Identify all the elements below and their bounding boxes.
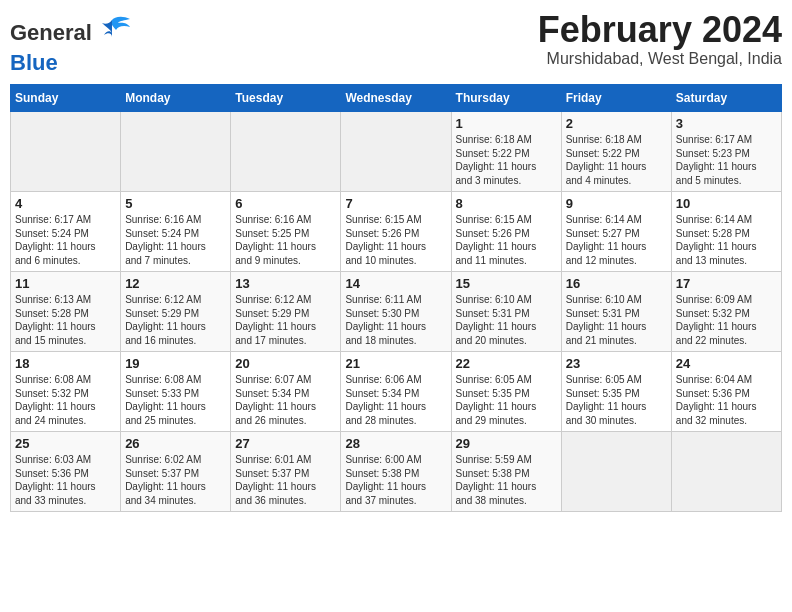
calendar-table: SundayMondayTuesdayWednesdayThursdayFrid… <box>10 84 782 512</box>
calendar-cell-w4-d7: 24Sunrise: 6:04 AM Sunset: 5:36 PM Dayli… <box>671 352 781 432</box>
day-number: 23 <box>566 356 667 371</box>
day-number: 15 <box>456 276 557 291</box>
day-number: 2 <box>566 116 667 131</box>
day-number: 14 <box>345 276 446 291</box>
calendar-cell-w5-d1: 25Sunrise: 6:03 AM Sunset: 5:36 PM Dayli… <box>11 432 121 512</box>
calendar-cell-w4-d2: 19Sunrise: 6:08 AM Sunset: 5:33 PM Dayli… <box>121 352 231 432</box>
title-section: February 2024 Murshidabad, West Bengal, … <box>538 10 782 68</box>
calendar-cell-w5-d6 <box>561 432 671 512</box>
day-detail: Sunrise: 6:17 AM Sunset: 5:24 PM Dayligh… <box>15 213 116 267</box>
day-detail: Sunrise: 6:16 AM Sunset: 5:24 PM Dayligh… <box>125 213 226 267</box>
weekday-header-tuesday: Tuesday <box>231 85 341 112</box>
day-number: 21 <box>345 356 446 371</box>
calendar-cell-w5-d5: 29Sunrise: 5:59 AM Sunset: 5:38 PM Dayli… <box>451 432 561 512</box>
calendar-cell-w5-d2: 26Sunrise: 6:02 AM Sunset: 5:37 PM Dayli… <box>121 432 231 512</box>
day-number: 9 <box>566 196 667 211</box>
calendar-cell-w3-d1: 11Sunrise: 6:13 AM Sunset: 5:28 PM Dayli… <box>11 272 121 352</box>
week-row-5: 25Sunrise: 6:03 AM Sunset: 5:36 PM Dayli… <box>11 432 782 512</box>
day-number: 8 <box>456 196 557 211</box>
calendar-cell-w3-d6: 16Sunrise: 6:10 AM Sunset: 5:31 PM Dayli… <box>561 272 671 352</box>
calendar-cell-w1-d3 <box>231 112 341 192</box>
day-number: 13 <box>235 276 336 291</box>
weekday-header-saturday: Saturday <box>671 85 781 112</box>
calendar-cell-w5-d4: 28Sunrise: 6:00 AM Sunset: 5:38 PM Dayli… <box>341 432 451 512</box>
day-detail: Sunrise: 6:00 AM Sunset: 5:38 PM Dayligh… <box>345 453 446 507</box>
calendar-title: February 2024 <box>538 10 782 50</box>
calendar-cell-w1-d6: 2Sunrise: 6:18 AM Sunset: 5:22 PM Daylig… <box>561 112 671 192</box>
logo-text-general: General <box>10 20 92 46</box>
calendar-cell-w3-d7: 17Sunrise: 6:09 AM Sunset: 5:32 PM Dayli… <box>671 272 781 352</box>
day-detail: Sunrise: 6:05 AM Sunset: 5:35 PM Dayligh… <box>566 373 667 427</box>
day-detail: Sunrise: 6:12 AM Sunset: 5:29 PM Dayligh… <box>235 293 336 347</box>
day-detail: Sunrise: 6:10 AM Sunset: 5:31 PM Dayligh… <box>456 293 557 347</box>
day-detail: Sunrise: 6:14 AM Sunset: 5:27 PM Dayligh… <box>566 213 667 267</box>
day-detail: Sunrise: 6:15 AM Sunset: 5:26 PM Dayligh… <box>345 213 446 267</box>
weekday-header-monday: Monday <box>121 85 231 112</box>
weekday-header-sunday: Sunday <box>11 85 121 112</box>
calendar-cell-w4-d6: 23Sunrise: 6:05 AM Sunset: 5:35 PM Dayli… <box>561 352 671 432</box>
day-number: 6 <box>235 196 336 211</box>
week-row-3: 11Sunrise: 6:13 AM Sunset: 5:28 PM Dayli… <box>11 272 782 352</box>
calendar-cell-w2-d3: 6Sunrise: 6:16 AM Sunset: 5:25 PM Daylig… <box>231 192 341 272</box>
day-detail: Sunrise: 6:13 AM Sunset: 5:28 PM Dayligh… <box>15 293 116 347</box>
day-detail: Sunrise: 6:15 AM Sunset: 5:26 PM Dayligh… <box>456 213 557 267</box>
calendar-cell-w3-d3: 13Sunrise: 6:12 AM Sunset: 5:29 PM Dayli… <box>231 272 341 352</box>
day-detail: Sunrise: 6:01 AM Sunset: 5:37 PM Dayligh… <box>235 453 336 507</box>
day-detail: Sunrise: 6:06 AM Sunset: 5:34 PM Dayligh… <box>345 373 446 427</box>
day-detail: Sunrise: 6:10 AM Sunset: 5:31 PM Dayligh… <box>566 293 667 347</box>
calendar-cell-w5-d7 <box>671 432 781 512</box>
calendar-cell-w2-d4: 7Sunrise: 6:15 AM Sunset: 5:26 PM Daylig… <box>341 192 451 272</box>
page-header: General Blue February 2024 Murshidabad, … <box>10 10 782 76</box>
calendar-cell-w4-d3: 20Sunrise: 6:07 AM Sunset: 5:34 PM Dayli… <box>231 352 341 432</box>
calendar-cell-w4-d5: 22Sunrise: 6:05 AM Sunset: 5:35 PM Dayli… <box>451 352 561 432</box>
calendar-subtitle: Murshidabad, West Bengal, India <box>538 50 782 68</box>
day-number: 18 <box>15 356 116 371</box>
logo-bird-icon <box>92 15 132 50</box>
week-row-4: 18Sunrise: 6:08 AM Sunset: 5:32 PM Dayli… <box>11 352 782 432</box>
calendar-cell-w2-d5: 8Sunrise: 6:15 AM Sunset: 5:26 PM Daylig… <box>451 192 561 272</box>
day-detail: Sunrise: 6:16 AM Sunset: 5:25 PM Dayligh… <box>235 213 336 267</box>
day-number: 28 <box>345 436 446 451</box>
day-number: 5 <box>125 196 226 211</box>
day-number: 12 <box>125 276 226 291</box>
calendar-cell-w4-d1: 18Sunrise: 6:08 AM Sunset: 5:32 PM Dayli… <box>11 352 121 432</box>
day-number: 20 <box>235 356 336 371</box>
calendar-cell-w2-d6: 9Sunrise: 6:14 AM Sunset: 5:27 PM Daylig… <box>561 192 671 272</box>
logo-text-blue: Blue <box>10 50 58 76</box>
day-number: 26 <box>125 436 226 451</box>
day-number: 11 <box>15 276 116 291</box>
day-detail: Sunrise: 6:18 AM Sunset: 5:22 PM Dayligh… <box>566 133 667 187</box>
weekday-header-thursday: Thursday <box>451 85 561 112</box>
day-detail: Sunrise: 6:17 AM Sunset: 5:23 PM Dayligh… <box>676 133 777 187</box>
day-detail: Sunrise: 6:09 AM Sunset: 5:32 PM Dayligh… <box>676 293 777 347</box>
logo: General Blue <box>10 10 132 76</box>
day-detail: Sunrise: 5:59 AM Sunset: 5:38 PM Dayligh… <box>456 453 557 507</box>
day-number: 10 <box>676 196 777 211</box>
day-number: 24 <box>676 356 777 371</box>
day-number: 17 <box>676 276 777 291</box>
calendar-cell-w3-d4: 14Sunrise: 6:11 AM Sunset: 5:30 PM Dayli… <box>341 272 451 352</box>
day-detail: Sunrise: 6:07 AM Sunset: 5:34 PM Dayligh… <box>235 373 336 427</box>
calendar-cell-w1-d1 <box>11 112 121 192</box>
weekday-header-wednesday: Wednesday <box>341 85 451 112</box>
day-detail: Sunrise: 6:11 AM Sunset: 5:30 PM Dayligh… <box>345 293 446 347</box>
day-number: 3 <box>676 116 777 131</box>
calendar-cell-w2-d7: 10Sunrise: 6:14 AM Sunset: 5:28 PM Dayli… <box>671 192 781 272</box>
weekday-header-friday: Friday <box>561 85 671 112</box>
week-row-2: 4Sunrise: 6:17 AM Sunset: 5:24 PM Daylig… <box>11 192 782 272</box>
day-number: 7 <box>345 196 446 211</box>
calendar-cell-w3-d5: 15Sunrise: 6:10 AM Sunset: 5:31 PM Dayli… <box>451 272 561 352</box>
calendar-cell-w4-d4: 21Sunrise: 6:06 AM Sunset: 5:34 PM Dayli… <box>341 352 451 432</box>
calendar-cell-w1-d2 <box>121 112 231 192</box>
day-number: 25 <box>15 436 116 451</box>
calendar-cell-w1-d4 <box>341 112 451 192</box>
weekday-header-row: SundayMondayTuesdayWednesdayThursdayFrid… <box>11 85 782 112</box>
day-detail: Sunrise: 6:14 AM Sunset: 5:28 PM Dayligh… <box>676 213 777 267</box>
day-detail: Sunrise: 6:03 AM Sunset: 5:36 PM Dayligh… <box>15 453 116 507</box>
day-detail: Sunrise: 6:08 AM Sunset: 5:33 PM Dayligh… <box>125 373 226 427</box>
day-number: 27 <box>235 436 336 451</box>
calendar-cell-w2-d1: 4Sunrise: 6:17 AM Sunset: 5:24 PM Daylig… <box>11 192 121 272</box>
day-detail: Sunrise: 6:02 AM Sunset: 5:37 PM Dayligh… <box>125 453 226 507</box>
day-number: 16 <box>566 276 667 291</box>
day-detail: Sunrise: 6:04 AM Sunset: 5:36 PM Dayligh… <box>676 373 777 427</box>
